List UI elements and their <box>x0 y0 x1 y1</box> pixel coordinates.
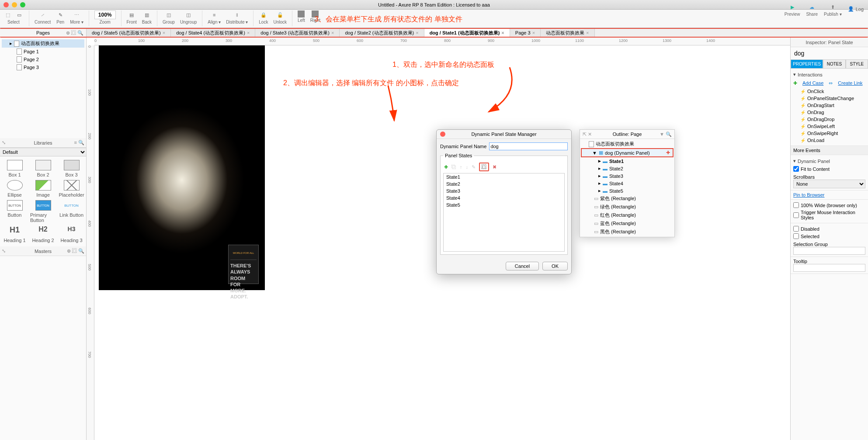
page-item[interactable]: Page 3 <box>2 63 84 71</box>
doc-tab[interactable]: Page 3× <box>510 29 541 37</box>
lib-button[interactable]: BUTTONButton <box>2 200 28 223</box>
page-item[interactable]: Page 2 <box>2 55 84 63</box>
lib-h2[interactable]: H2Heading 2 <box>30 225 56 243</box>
lib-link-button[interactable]: BUTTONLink Button <box>59 200 84 223</box>
tab-style[interactable]: STYLE <box>846 59 868 69</box>
lib-ellipse[interactable]: Ellipse <box>2 180 28 197</box>
event-item[interactable]: ⚡OnPanelStateChange <box>793 95 865 102</box>
delete-state-icon[interactable]: ✖ <box>493 164 496 170</box>
tab-notes[interactable]: NOTES <box>823 59 845 69</box>
library-select[interactable]: Default <box>0 148 86 156</box>
canvas-area[interactable]: 0100200300400500600700800900100011001200… <box>87 38 790 440</box>
zoom-control[interactable]: 100%Zoom <box>94 10 116 24</box>
align-button[interactable]: ≡Align ▾ <box>208 10 221 24</box>
lib-h1[interactable]: H1Heading 1 <box>2 225 28 243</box>
more-events[interactable]: More Events <box>793 148 865 153</box>
outline-tools[interactable]: ▼ 🔍 <box>660 132 672 137</box>
pages-tools[interactable]: ⊕ ⿴ 🔍 <box>66 30 83 36</box>
lib-box3[interactable]: Box 3 <box>59 160 84 177</box>
outline-shape[interactable]: ▭红色 (Rectangle) <box>581 211 674 219</box>
lib-box2[interactable]: Box 2 <box>30 160 56 177</box>
lib-placeholder[interactable]: Placeholder <box>59 180 84 197</box>
add-case-link[interactable]: Add Case <box>802 80 823 86</box>
tooltip-input[interactable] <box>793 264 865 272</box>
more-tool[interactable]: ⋯More ▾ <box>70 10 83 24</box>
distribute-button[interactable]: ⦀Distribute ▾ <box>226 10 248 24</box>
tab-close-icon[interactable]: × <box>247 30 250 35</box>
down-state-icon[interactable]: ↓ <box>466 164 469 170</box>
event-item[interactable]: ⚡OnDrag <box>793 109 865 116</box>
align-left-button[interactable]: Left <box>298 10 305 23</box>
dp-section[interactable]: ▾ Dynamic Panel <box>793 157 865 165</box>
connect-tool[interactable]: ⟋Connect <box>35 10 51 24</box>
doc-tab[interactable]: dog / State1 (动态面板切换效果)× <box>424 29 510 37</box>
fit-checkbox[interactable]: Fit to Content <box>793 165 865 173</box>
interactions-section[interactable]: ▾ Interactions <box>793 70 865 79</box>
doc-tab[interactable]: dog / State3 (动态面板切换效果)× <box>255 29 340 37</box>
trigger-checkbox[interactable]: Trigger Mouse Interaction Styles <box>793 209 865 221</box>
doc-tab[interactable]: 动态面板切换效果× <box>541 29 594 37</box>
outline-state[interactable]: ▸▬State4 <box>581 180 674 187</box>
event-item[interactable]: ⚡OnLoad <box>793 137 865 144</box>
create-link[interactable]: Create Link <box>838 80 862 86</box>
tab-close-icon[interactable]: × <box>532 30 535 35</box>
page-item[interactable]: Page 1 <box>2 48 84 55</box>
pages-tree[interactable]: ▸动态面板切换效果 Page 1 Page 2 Page 3 <box>0 38 86 138</box>
selgroup-input[interactable] <box>793 247 865 255</box>
tab-close-icon[interactable]: × <box>331 30 334 35</box>
up-state-icon[interactable]: ↑ <box>460 164 462 170</box>
event-item[interactable]: ⚡OnSwipeRight <box>793 130 865 137</box>
tab-close-icon[interactable]: × <box>501 30 504 35</box>
tab-properties[interactable]: PROPERTIES <box>791 59 823 69</box>
doc-tab[interactable]: dog / State5 (动态面板切换效果)× <box>87 29 171 37</box>
outline-shape[interactable]: ▭绿色 (Rectangle) <box>581 203 674 211</box>
edit-all-states-icon[interactable]: ⿴ <box>479 163 489 171</box>
cancel-button[interactable]: Cancel <box>506 262 539 270</box>
lock-button[interactable]: 🔒Lock <box>259 10 268 24</box>
selected-checkbox[interactable]: Selected <box>793 232 865 240</box>
lib-resize-icon[interactable]: ⤡ <box>2 140 6 146</box>
event-item[interactable]: ⚡OnDragStart <box>793 102 865 109</box>
lib-h3[interactable]: H3Heading 3 <box>59 225 84 243</box>
lib-primary-button[interactable]: BUTTONPrimary Button <box>30 200 56 223</box>
outline-shape[interactable]: ▭黑色 (Rectangle) <box>581 228 674 236</box>
group-button[interactable]: ◫Group <box>163 10 175 24</box>
lib-image[interactable]: Image <box>30 180 56 197</box>
minimize-window[interactable] <box>12 2 17 7</box>
front-button[interactable]: ▤Front <box>127 10 137 24</box>
state-item[interactable]: State3 <box>444 187 564 194</box>
share-button[interactable]: ☁Share <box>806 3 818 17</box>
masters-tools[interactable]: ⊕ ⿴ 🔍 <box>67 248 84 254</box>
state-list[interactable]: State1State2State3State4State5 <box>443 173 565 252</box>
add-state-icon[interactable]: ✚ <box>444 164 448 170</box>
lib-tools[interactable]: ≡ 🔍 <box>74 140 84 146</box>
preview-button[interactable]: ▶Preview <box>785 3 800 17</box>
state-item[interactable]: State4 <box>444 194 564 201</box>
state-item[interactable]: State1 <box>444 173 564 180</box>
masters-resize-icon[interactable]: ⤡ <box>2 248 6 254</box>
maximize-window[interactable] <box>20 2 25 7</box>
placed-image[interactable]: WORLD FOR ALL THERE'S ALWAYS ROOM FOR MO… <box>99 45 265 290</box>
outline-state[interactable]: ▸▬State3 <box>581 172 674 180</box>
publish-button[interactable]: ⬆Publish ▾ <box>824 3 842 17</box>
disabled-checkbox[interactable]: Disabled <box>793 225 865 232</box>
outline-dp[interactable]: ▼▦dog (Dynamic Panel) ✚ <box>581 148 674 157</box>
tab-close-icon[interactable]: × <box>586 30 589 35</box>
outline-state[interactable]: ▸▬State5 <box>581 187 674 194</box>
user-menu[interactable]: 👤Log <box>848 6 864 12</box>
doc-tab[interactable]: dog / State2 (动态面板切换效果)× <box>340 29 424 37</box>
scrollbars-select[interactable]: None <box>793 180 865 188</box>
outline-add-icon[interactable]: ✚ <box>666 150 670 156</box>
wide-checkbox[interactable]: 100% Wide (browser only) <box>793 201 865 209</box>
ungroup-button[interactable]: ◫Ungroup <box>180 10 197 24</box>
pen-tool[interactable]: ✎Pen <box>56 10 65 24</box>
state-item[interactable]: State2 <box>444 180 564 187</box>
close-window[interactable] <box>3 2 9 7</box>
event-item[interactable]: ⚡OnDragDrop <box>793 116 865 123</box>
doc-tab[interactable]: dog / State4 (动态面板切换效果)× <box>171 29 255 37</box>
select-tool[interactable]: ⬚▭ Select <box>3 10 24 24</box>
page-item-root[interactable]: ▸动态面板切换效果 <box>2 39 84 48</box>
pin-link[interactable]: Pin to Browser <box>793 192 825 197</box>
tab-close-icon[interactable]: × <box>163 30 165 35</box>
event-item[interactable]: ⚡OnClick <box>793 88 865 95</box>
